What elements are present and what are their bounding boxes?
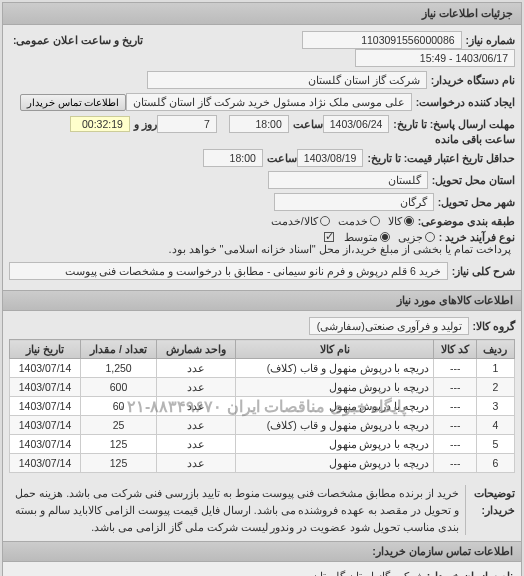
table-row[interactable]: 6---دریچه با درپوش منهولعدد1251403/07/14 (10, 454, 515, 473)
requester-label: ایجاد کننده درخواست: (416, 96, 515, 108)
treasury-check[interactable] (324, 232, 334, 242)
col-unit: واحد شمارش (156, 340, 236, 359)
col-qty: تعداد / مقدار (81, 340, 157, 359)
cell-name: دریچه با درپوش منهول و قاب (کلاف) (236, 416, 434, 435)
buytype-radio-group: جزیی متوسط (344, 231, 435, 243)
cell-qty: 1,250 (81, 359, 157, 378)
col-code: کد کالا (434, 340, 477, 359)
number-value: 1103091556000086 (302, 31, 462, 49)
table-row[interactable]: 4---دریچه با درپوش منهول و قاب (کلاف)عدد… (10, 416, 515, 435)
summary-label: شرح کلی نیاز: (452, 265, 515, 277)
cell-date: 1403/07/14 (10, 435, 81, 454)
pack-label: طبقه بندی موضوعی: (418, 215, 515, 227)
cell-n: 2 (476, 378, 514, 397)
province-label: استان محل تحویل: (432, 174, 515, 186)
buyer-label: نام دستگاه خریدار: (431, 74, 515, 86)
goods-table: ردیف کد کالا نام کالا واحد شمارش تعداد /… (9, 339, 515, 473)
cell-name: دریچه با درپوش منهول (236, 435, 434, 454)
goods-section-title: اطلاعات کالاهای مورد نیاز (3, 290, 521, 311)
cell-unit: عدد (156, 397, 236, 416)
cell-unit: عدد (156, 378, 236, 397)
valid-date: 1403/08/19 (297, 149, 364, 167)
hour-label-1: ساعت (293, 118, 323, 130)
radio-icon (320, 216, 330, 226)
cell-n: 1 (476, 359, 514, 378)
pubdate-value: 1403/06/17 - 15:49 (355, 49, 515, 67)
notes-block: توضیحات خریدار: خرید از برنده مطابق مشخص… (3, 479, 521, 541)
cell-code: --- (434, 359, 477, 378)
valid-hour: 18:00 (203, 149, 263, 167)
cell-unit: عدد (156, 435, 236, 454)
contact-block: نام سازمان خریدار: شرکت گاز استان گلستان… (3, 562, 521, 576)
table-header-row: ردیف کد کالا نام کالا واحد شمارش تعداد /… (10, 340, 515, 359)
cell-n: 4 (476, 416, 514, 435)
contact-title: اطلاعات تماس سازمان خریدار: (3, 541, 521, 562)
notes-text: خرید از برنده مطابق مشخصات فنی پیوست منو… (9, 485, 459, 535)
radio-icon (380, 232, 390, 242)
days-remain-label: روز و (134, 118, 157, 130)
buytype-medium[interactable]: متوسط (344, 231, 390, 243)
province-value: گلستان (268, 171, 428, 189)
pack-service[interactable]: کالا/خدمت (271, 215, 330, 227)
cell-code: --- (434, 435, 477, 454)
city-value: گرگان (274, 193, 434, 211)
cell-name: دریچه با درپوش منهول و قاب (کلاف) (236, 359, 434, 378)
col-n: ردیف (476, 340, 514, 359)
panel-title: جزئیات اطلاعات نیاز (3, 3, 521, 25)
cell-qty: 125 (81, 454, 157, 473)
cell-code: --- (434, 378, 477, 397)
buytype-small[interactable]: جزیی (398, 231, 435, 243)
valid-label: حداقل تاریخ اعتبار قیمت: تا تاریخ: (367, 152, 515, 164)
countdown: 00:32:19 (70, 116, 130, 132)
goods-body: گروه کالا: تولید و فرآوری صنعتی(سفارشی) … (3, 311, 521, 479)
radio-icon (370, 216, 380, 226)
cell-unit: عدد (156, 359, 236, 378)
radio-icon (404, 216, 414, 226)
hour-label-2: ساعت (267, 152, 297, 164)
group-label: گروه کالا: (473, 320, 515, 332)
cell-date: 1403/07/14 (10, 397, 81, 416)
cell-qty: 25 (81, 416, 157, 435)
table-wrap: ردیف کد کالا نام کالا واحد شمارش تعداد /… (9, 339, 515, 473)
table-row[interactable]: 5---دریچه با درپوش منهولعدد1251403/07/14 (10, 435, 515, 454)
cell-code: --- (434, 397, 477, 416)
days-remain: 7 (157, 115, 217, 133)
pack-goods[interactable]: خدمت (338, 215, 380, 227)
cell-name: دریچه با درپوش منهول (236, 397, 434, 416)
cell-date: 1403/07/14 (10, 359, 81, 378)
main-panel: جزئیات اطلاعات نیاز شماره نیاز: 11030915… (2, 2, 522, 576)
buyer-value: شرکت گاز استان گلستان (147, 71, 427, 89)
org-value: شرکت گاز استان گلستان (312, 570, 424, 576)
buyer-contact-button[interactable]: اطلاعات تماس خریدار (20, 94, 127, 111)
cell-qty: 60 (81, 397, 157, 416)
deadline-label: مهلت ارسال پاسخ: تا تاریخ: (393, 118, 515, 130)
cell-name: دریچه با درپوش منهول (236, 378, 434, 397)
number-label: شماره نیاز: (466, 34, 515, 46)
notes-label: توضیحات خریدار: (465, 485, 515, 535)
cell-date: 1403/07/14 (10, 416, 81, 435)
info-body: شماره نیاز: 1103091556000086 تاریخ و ساع… (3, 25, 521, 290)
cell-code: --- (434, 416, 477, 435)
cell-name: دریچه با درپوش منهول (236, 454, 434, 473)
cell-unit: عدد (156, 416, 236, 435)
city-label: شهر محل تحویل: (438, 196, 515, 208)
table-row[interactable]: 1---دریچه با درپوش منهول و قاب (کلاف)عدد… (10, 359, 515, 378)
group-value: تولید و فرآوری صنعتی(سفارشی) (309, 317, 469, 335)
cell-n: 5 (476, 435, 514, 454)
cell-qty: 125 (81, 435, 157, 454)
buytype-label: نوع فرآیند خرید : (439, 231, 515, 243)
summary-value: خرید 6 قلم درپوش و فرم نانو سیمانی - مطا… (9, 262, 448, 280)
radio-icon (425, 232, 435, 242)
cell-qty: 600 (81, 378, 157, 397)
org-label: نام سازمان خریدار: (427, 570, 513, 576)
table-row[interactable]: 3---دریچه با درپوش منهولعدد601403/07/14 (10, 397, 515, 416)
pack-all[interactable]: کالا (388, 215, 414, 227)
cell-code: --- (434, 454, 477, 473)
col-date: تاریخ نیاز (10, 340, 81, 359)
pack-radio-group: کالا خدمت کالا/خدمت (271, 215, 414, 227)
deadline-date: 1403/06/24 (323, 115, 390, 133)
table-row[interactable]: 2---دریچه با درپوش منهولعدد6001403/07/14 (10, 378, 515, 397)
cell-date: 1403/07/14 (10, 378, 81, 397)
requester-value: علی موسی ملک نژاد مسئول خرید شرکت گاز اس… (126, 93, 411, 111)
countdown-label: ساعت باقی مانده (435, 133, 515, 145)
